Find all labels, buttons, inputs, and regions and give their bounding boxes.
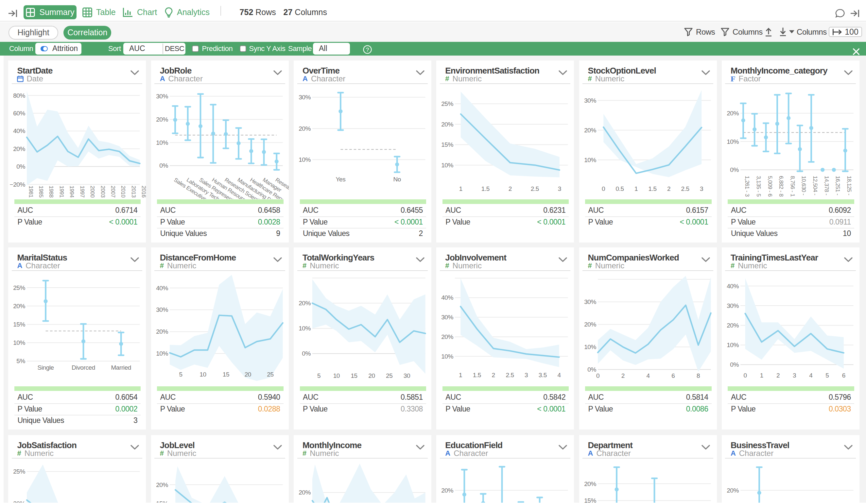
svg-text:20%: 20%: [299, 489, 311, 496]
svg-text:0.5: 0.5: [615, 185, 624, 192]
svg-text:0%: 0%: [730, 166, 739, 173]
svg-text:No: No: [393, 176, 401, 183]
svg-text:0%: 0%: [159, 163, 168, 169]
svg-text:0%: 0%: [302, 350, 311, 357]
svg-text:40%: 40%: [156, 285, 168, 292]
svg-text:20%: 20%: [156, 328, 168, 335]
svg-text:20%: 20%: [299, 125, 311, 132]
svg-text:3,135 - 5: 3,135 - 5: [755, 176, 762, 197]
svg-text:4: 4: [809, 372, 813, 379]
svg-text:20%: 20%: [441, 121, 453, 128]
svg-text:1: 1: [760, 372, 763, 379]
svg-text:0: 0: [602, 185, 605, 192]
svg-text:20: 20: [244, 371, 251, 378]
svg-text:10%: 10%: [584, 344, 596, 350]
svg-text:80%: 80%: [13, 92, 25, 99]
svg-text:20%: 20%: [727, 487, 739, 494]
svg-text:10%: 10%: [299, 325, 311, 332]
svg-text:2: 2: [492, 372, 495, 379]
svg-text:1: 1: [459, 372, 462, 379]
svg-text:15: 15: [351, 372, 357, 379]
svg-text:10: 10: [333, 372, 340, 379]
svg-text:1981: 1981: [28, 186, 34, 198]
svg-text:8: 8: [697, 372, 700, 379]
svg-text:30%: 30%: [584, 97, 596, 104]
svg-text:8,756 - 1: 8,756 - 1: [789, 176, 796, 197]
svg-text:15%: 15%: [156, 500, 168, 503]
svg-text:Single: Single: [37, 364, 54, 371]
svg-text:2: 2: [621, 372, 624, 379]
svg-text:1997: 1997: [79, 186, 85, 198]
svg-text:25: 25: [267, 371, 274, 378]
svg-text:2: 2: [667, 185, 670, 192]
svg-text:10%: 10%: [584, 157, 596, 164]
svg-text:30%: 30%: [584, 299, 596, 305]
svg-text:2003: 2003: [100, 186, 106, 198]
svg-text:18,125 -: 18,125 -: [846, 176, 852, 195]
svg-text:1.5: 1.5: [473, 372, 481, 379]
svg-text:25%: 25%: [441, 100, 453, 107]
svg-text:10%: 10%: [13, 339, 25, 346]
svg-text:5: 5: [317, 372, 321, 379]
svg-text:20%: 20%: [13, 500, 25, 503]
svg-text:1.5: 1.5: [481, 185, 490, 192]
svg-text:5: 5: [825, 372, 829, 379]
svg-text:4: 4: [646, 372, 650, 379]
svg-text:15%: 15%: [441, 141, 453, 148]
svg-text:1985: 1985: [38, 186, 44, 198]
svg-text:30%: 30%: [441, 314, 453, 321]
svg-text:20%: 20%: [156, 116, 168, 123]
svg-text:20%: 20%: [584, 321, 596, 328]
svg-text:1988: 1988: [48, 186, 55, 198]
svg-text:10%: 10%: [441, 162, 453, 169]
svg-text:0%: 0%: [730, 361, 739, 368]
svg-text:2.5: 2.5: [506, 372, 514, 379]
svg-text:6: 6: [671, 372, 675, 379]
svg-text:3: 3: [558, 185, 561, 192]
svg-text:16,251 -: 16,251 -: [835, 176, 841, 195]
svg-text:20%: 20%: [727, 110, 739, 117]
svg-text:10%: 10%: [727, 341, 739, 348]
svg-text:20%: 20%: [727, 322, 739, 329]
svg-text:10%: 10%: [156, 139, 168, 146]
svg-text:−20%: −20%: [10, 181, 25, 188]
svg-text:1991: 1991: [58, 186, 65, 198]
svg-text:40%: 40%: [727, 283, 739, 290]
svg-text:20%: 20%: [584, 127, 596, 134]
svg-text:5%: 5%: [17, 358, 25, 365]
svg-text:0: 0: [596, 372, 599, 379]
svg-text:20%: 20%: [441, 487, 453, 494]
svg-text:6: 6: [842, 372, 845, 379]
svg-text:10%: 10%: [299, 156, 311, 163]
svg-text:30%: 30%: [156, 93, 168, 100]
svg-text:15%: 15%: [584, 497, 596, 503]
svg-text:14,378 -: 14,378 -: [823, 176, 830, 195]
svg-text:0: 0: [743, 372, 747, 379]
svg-text:3.5: 3.5: [539, 372, 547, 379]
svg-text:20: 20: [368, 372, 375, 379]
svg-text:25%: 25%: [13, 468, 25, 475]
svg-text:2: 2: [509, 185, 512, 192]
svg-text:10: 10: [200, 371, 206, 378]
svg-text:5: 5: [179, 371, 182, 378]
svg-text:2013: 2013: [131, 186, 137, 198]
svg-text:1994: 1994: [69, 186, 75, 198]
svg-text:20%: 20%: [13, 145, 25, 152]
svg-text:20%: 20%: [299, 300, 311, 306]
svg-text:12,504 -: 12,504 -: [812, 176, 818, 195]
svg-text:15: 15: [223, 371, 229, 378]
svg-text:5,009 - 6: 5,009 - 6: [767, 176, 773, 197]
svg-text:2010: 2010: [120, 186, 126, 198]
svg-text:0%: 0%: [587, 366, 596, 373]
svg-text:Divorced: Divorced: [72, 364, 96, 371]
svg-text:25: 25: [386, 372, 392, 379]
svg-text:1,261 - 3: 1,261 - 3: [744, 176, 750, 197]
svg-text:10,630 -: 10,630 -: [801, 176, 807, 195]
svg-text:20%: 20%: [13, 303, 25, 310]
svg-text:?: ?: [366, 46, 369, 53]
svg-text:2: 2: [776, 372, 780, 379]
svg-text:0%: 0%: [17, 163, 25, 170]
svg-text:Married: Married: [111, 364, 132, 371]
svg-text:2007: 2007: [110, 186, 116, 198]
svg-text:1: 1: [634, 185, 638, 192]
